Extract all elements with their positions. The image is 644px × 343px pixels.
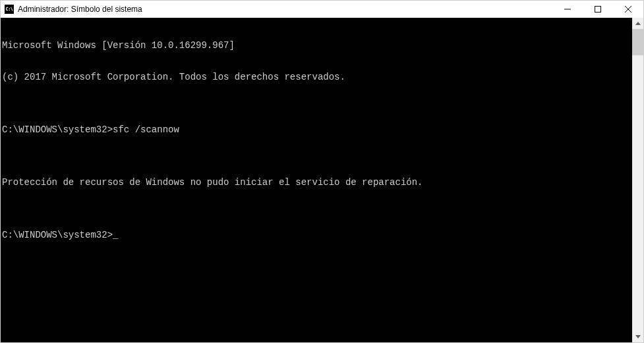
console-line: Protección de recursos de Windows no pud…	[2, 177, 632, 188]
console-line: (c) 2017 Microsoft Corporation. Todos lo…	[2, 72, 632, 82]
console-prompt-line: C:\WINDOWS\system32>_	[2, 230, 632, 240]
cursor: _	[113, 230, 118, 240]
chevron-down-icon	[635, 335, 641, 338]
vertical-scrollbar[interactable]	[632, 18, 643, 342]
scroll-thumb[interactable]	[632, 29, 643, 55]
window-title: Administrador: Símbolo del sistema	[18, 5, 552, 14]
chevron-up-icon	[635, 22, 641, 25]
prompt-text: C:\WINDOWS\system32>	[2, 230, 113, 240]
window-controls	[552, 1, 643, 18]
console-output[interactable]: Microsoft Windows [Versión 10.0.16299.96…	[1, 18, 632, 342]
scroll-up-arrow[interactable]	[632, 18, 643, 29]
scroll-track[interactable]	[632, 29, 643, 331]
maximize-icon	[595, 6, 601, 13]
console-area: Microsoft Windows [Versión 10.0.16299.96…	[1, 18, 643, 342]
svg-rect-1	[595, 7, 601, 13]
console-line: Microsoft Windows [Versión 10.0.16299.96…	[2, 40, 632, 51]
maximize-button[interactable]	[583, 1, 613, 18]
command-prompt-window: C:\ Administrador: Símbolo del sistema M…	[0, 0, 644, 343]
scroll-down-arrow[interactable]	[632, 331, 643, 342]
close-button[interactable]	[613, 1, 643, 18]
minimize-button[interactable]	[552, 1, 583, 18]
minimize-icon	[564, 6, 571, 13]
titlebar[interactable]: C:\ Administrador: Símbolo del sistema	[1, 1, 643, 18]
cmd-icon: C:\	[5, 5, 14, 14]
close-icon	[625, 6, 631, 13]
console-line: C:\WINDOWS\system32>sfc /scannow	[2, 124, 632, 135]
